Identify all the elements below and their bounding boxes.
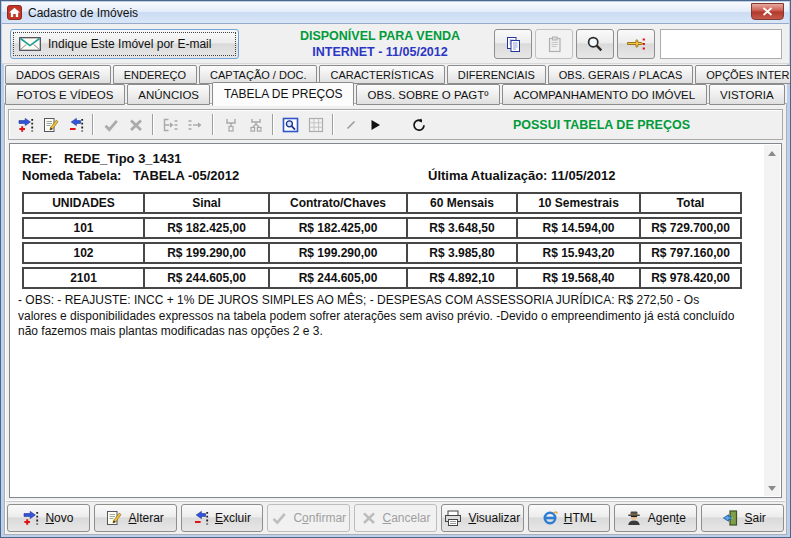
table-cell: R$ 199.290,00 (145, 244, 270, 262)
tabela-de-precos-page: POSSUI TABELA DE PREÇOS REF: REDE_Tipo 3… (4, 103, 787, 535)
cancel-x-icon (128, 117, 144, 133)
table-cell: R$ 797.160,00 (641, 244, 740, 262)
confirm-button[interactable] (98, 112, 123, 137)
toolbar-separator (152, 114, 154, 135)
play-button[interactable] (363, 112, 388, 137)
copy-icon (505, 36, 522, 53)
scroll-down-arrow-icon (768, 486, 776, 491)
table-cell: 2101 (24, 269, 145, 287)
table-cell: R$ 182.425,00 (270, 219, 408, 237)
refresh-button[interactable] (406, 112, 431, 137)
house-app-icon (7, 5, 22, 20)
button-label: HTML (564, 511, 597, 525)
insert-detail-button[interactable] (218, 112, 243, 137)
export-excel-button[interactable] (303, 112, 328, 137)
ref-value: REDE_Tipo 3_1431 (64, 151, 182, 166)
tab-acompanhamento-do-imovel[interactable]: ACOMPANHAMENTO DO IMÓVEL (502, 84, 707, 105)
table-cell: R$ 3.985,80 (408, 244, 518, 262)
vertical-scrollbar[interactable] (764, 145, 780, 496)
internet-date-text: INTERNET - 11/05/2012 (244, 44, 516, 60)
toolbar-separator (92, 114, 94, 135)
sair-button[interactable]: Sair (701, 504, 784, 532)
toolbar-separator (272, 114, 274, 135)
table-cell: R$ 244.605,00 (145, 269, 270, 287)
novo-button[interactable]: Novo (7, 504, 90, 532)
header-cell-contrato-chaves: Contrato/Chaves (270, 194, 408, 212)
link-record-icon (162, 117, 179, 133)
scroll-down-button[interactable] (764, 480, 780, 496)
tab-anuncios[interactable]: ANÚNCIOS (127, 84, 211, 105)
tab-tabela-de-precos[interactable]: TABELA DE PREÇOS (212, 82, 354, 106)
tool-slash-button[interactable] (338, 112, 363, 137)
ref-label: REF: (22, 151, 52, 166)
scroll-up-arrow-icon (768, 151, 776, 156)
search-icon (586, 35, 604, 53)
unlink-detail-button[interactable] (183, 112, 208, 137)
agente-button[interactable]: Agente (614, 504, 697, 532)
fork-down-double-icon (248, 117, 264, 133)
header-cell-total: Total (641, 194, 740, 212)
table-cell: R$ 4.892,10 (408, 269, 518, 287)
delete-record-icon (68, 117, 84, 133)
agent-detective-icon (626, 510, 642, 526)
tab-obs-sobre-o-pagto[interactable]: OBS. SOBRE O PAGTº (356, 84, 500, 105)
tab-vistoria[interactable]: VISTORIA (709, 84, 785, 105)
tab-strip-row2: FOTOS E VÍDEOS ANÚNCIOS TABELA DE PREÇOS… (5, 84, 787, 105)
indicate-by-email-button[interactable]: Indique Este Imóvel por E-mail (10, 29, 239, 59)
search-button[interactable] (576, 29, 614, 59)
append-detail-button[interactable] (243, 112, 268, 137)
confirmar-button[interactable]: Confirmar (267, 504, 350, 532)
preview-button[interactable] (278, 112, 303, 137)
availability-status: DISPONÍVEL PARA VENDA INTERNET - 11/05/2… (244, 28, 516, 60)
tab-endereco[interactable]: ENDEREÇO (113, 65, 197, 84)
link-detail-button[interactable] (158, 112, 183, 137)
tab-obs-gerais-placas[interactable]: OBS. GERAIS / PLACAS (548, 65, 694, 84)
unlink-record-icon (187, 117, 204, 133)
table-cell: R$ 3.648,50 (408, 219, 518, 237)
button-label: Visualizar (468, 511, 520, 525)
toolbar-blank-field (660, 29, 782, 59)
toolbar-separator (332, 114, 334, 135)
excluir-button[interactable]: Excluir (181, 504, 264, 532)
table-row: 101 R$ 182.425,00 R$ 182.425,00 R$ 3.648… (22, 217, 742, 239)
table-cell: 101 (24, 219, 145, 237)
scroll-up-button[interactable] (764, 145, 780, 161)
close-x-icon (762, 7, 773, 16)
visualizar-button[interactable]: Visualizar (441, 504, 524, 532)
copy-button[interactable] (494, 29, 532, 59)
top-toolbar: Indique Este Imóvel por E-mail DISPONÍVE… (2, 24, 789, 64)
button-label: Agente (648, 511, 686, 525)
table-name-value: TABELA -05/2012 (133, 168, 239, 183)
toolbar-separator (212, 114, 214, 135)
add-record-icon (18, 117, 34, 133)
has-price-table-status: POSSUI TABELA DE PREÇOS (513, 118, 690, 132)
tab-dados-gerais[interactable]: DADOS GERAIS (5, 65, 111, 84)
titlebar: Cadastro de Imóveis (2, 2, 789, 24)
play-icon (370, 119, 381, 131)
window-title: Cadastro de Imóveis (28, 6, 138, 20)
tab-fotos-e-videos[interactable]: FOTOS E VÍDEOS (5, 84, 125, 105)
availability-text: DISPONÍVEL PARA VENDA (244, 28, 516, 44)
price-table-header-row: UNIDADES Sinal Contrato/Chaves 60 Mensai… (22, 192, 742, 214)
exit-door-icon (719, 510, 738, 526)
tab-diferenciais[interactable]: DIFERENCIAIS (447, 65, 546, 84)
tab-strip-row1: DADOS GERAIS ENDEREÇO CAPTAÇÃO / DOC. CA… (5, 65, 787, 84)
tab-opcoes-internet[interactable]: OPÇÕES INTERNET (695, 65, 791, 84)
cancel-button[interactable] (123, 112, 148, 137)
add-row-button[interactable] (13, 112, 38, 137)
table-cell: R$ 14.594,00 (518, 219, 641, 237)
header-cell-60-mensais: 60 Mensais (408, 194, 518, 212)
paste-button[interactable] (535, 29, 573, 59)
html-button[interactable]: HTML (528, 504, 611, 532)
table-cell: R$ 182.425,00 (145, 219, 270, 237)
table-cell: 102 (24, 244, 145, 262)
alterar-button[interactable]: Alterar (94, 504, 177, 532)
hand-pointer-button[interactable] (617, 29, 655, 59)
close-button[interactable] (751, 3, 784, 20)
edit-row-button[interactable] (38, 112, 63, 137)
table-name-line: Nomeda Tabela: TABELA -05/2012 Última At… (22, 168, 775, 183)
envelope-icon (19, 37, 41, 51)
delete-row-button[interactable] (63, 112, 88, 137)
button-label: Novo (45, 511, 73, 525)
cancelar-button[interactable]: Cancelar (354, 504, 437, 532)
